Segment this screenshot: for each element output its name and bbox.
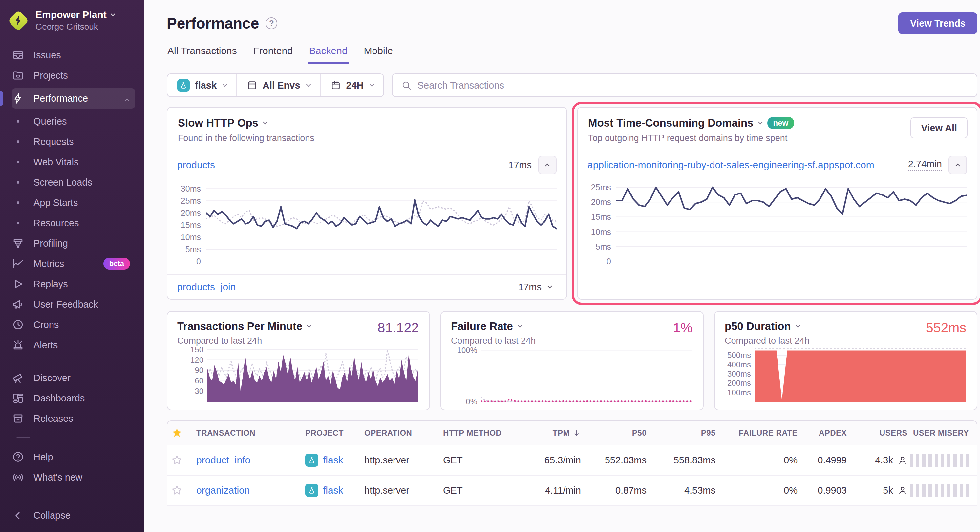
domains-title-dropdown[interactable]: Most Time-Consuming Domains (588, 117, 754, 129)
y-axis-label: 20ms (591, 197, 611, 207)
transaction-link[interactable]: organization (196, 485, 250, 496)
view-all-button[interactable]: View All (910, 118, 967, 138)
sidebar-item-discover[interactable]: Discover (12, 368, 135, 388)
apdex-cell: 0.4999 (797, 455, 847, 466)
metrics-icon (12, 258, 24, 269)
sidebar-item-screen-loads[interactable]: Screen Loads (12, 172, 135, 192)
tab-all-transactions[interactable]: All Transactions (167, 45, 238, 64)
panel-subtitle: Compared to last 24h (451, 336, 693, 346)
search-input[interactable] (417, 80, 968, 91)
p50-cell: 0.87ms (581, 485, 647, 496)
search-transactions-input[interactable] (392, 73, 977, 97)
favorites-column-header[interactable] (171, 427, 196, 438)
y-axis-label: 400ms (727, 360, 751, 369)
panel-subtitle: Top outgoing HTTP request domains by tim… (588, 133, 966, 143)
transaction-link[interactable]: products_join (177, 281, 512, 292)
tab-backend[interactable]: Backend (309, 45, 348, 64)
table-row: organizationflaskhttp.serverGET4.11/min0… (167, 476, 977, 506)
p50-duration-chart: 500ms400ms300ms200ms100ms (725, 346, 967, 402)
sort-descending-icon (573, 429, 581, 437)
transaction-row: products 17ms (167, 151, 566, 179)
column-header-apdex[interactable]: APDEX (797, 428, 847, 438)
environment-filter[interactable]: All Envs (236, 74, 320, 97)
y-axis-label: 150 (190, 345, 204, 354)
y-axis-label: 500ms (727, 351, 751, 360)
tab-mobile[interactable]: Mobile (363, 45, 393, 64)
sidebar-item-what-s-new[interactable]: What's new (12, 467, 135, 488)
sidebar-collapse-button[interactable]: Collapse (12, 510, 135, 521)
collapse-row-button[interactable] (538, 156, 557, 174)
sidebar-item-help[interactable]: Help (12, 447, 135, 467)
sidebar-item-resources[interactable]: Resources (12, 213, 135, 233)
sidebar-item-app-starts[interactable]: App Starts (12, 192, 135, 213)
project-filter[interactable]: flask (167, 74, 236, 97)
sidebar-item-label: What's new (33, 472, 83, 483)
favorite-star[interactable] (171, 485, 196, 496)
sidebar-item-crons[interactable]: Crons (12, 314, 135, 335)
replays-icon (12, 278, 24, 290)
sidebar-item-performance[interactable]: Performance (12, 88, 135, 108)
transaction-link[interactable]: products (177, 159, 502, 171)
org-switcher[interactable]: Empower Plant George Gritsouk (0, 0, 145, 35)
column-header-user-misery[interactable]: USER MISERY (907, 428, 969, 438)
column-header-project[interactable]: PROJECT (305, 428, 364, 438)
sidebar-item-alerts[interactable]: Alerts (12, 335, 135, 355)
column-header-http-method[interactable]: HTTP METHOD (443, 428, 519, 438)
transactions-per-minute-panel: Transactions Per Minute 81.122 Compared … (167, 311, 430, 410)
sidebar-item-dashboards[interactable]: Dashboards (12, 388, 135, 408)
failure-rate-value: 1% (673, 320, 692, 335)
collapse-row-button[interactable] (948, 156, 967, 174)
tab-frontend[interactable]: Frontend (253, 45, 293, 64)
expand-row-button[interactable] (548, 284, 551, 290)
sidebar-item-issues[interactable]: Issues (12, 45, 135, 65)
org-name: Empower Plant (35, 9, 107, 20)
view-trends-button[interactable]: View Trends (898, 13, 977, 34)
column-header-p95[interactable]: P95 (647, 428, 716, 438)
sidebar-spacer (0, 355, 145, 368)
new-badge: new (767, 117, 795, 129)
chevron-down-icon (758, 120, 763, 124)
transaction-link[interactable]: product_info (196, 454, 250, 466)
tpm-cell: 4.11/min (519, 485, 581, 496)
slow-http-ops-panel: Slow HTTP Ops Found in the following tra… (167, 107, 567, 300)
sidebar-item-queries[interactable]: Queries (12, 111, 135, 132)
sidebar-item-profiling[interactable]: Profiling (12, 233, 135, 254)
p50-duration-value: 552ms (926, 320, 966, 335)
column-header-users[interactable]: USERS (847, 428, 907, 438)
feedback-icon (12, 299, 24, 310)
sidebar-item-user-feedback[interactable]: User Feedback (12, 294, 135, 314)
y-axis-label: 0 (196, 257, 201, 266)
date-range-value: 24H (346, 80, 364, 91)
sidebar-item-releases[interactable]: Releases (12, 408, 135, 429)
column-header-p50[interactable]: P50 (581, 428, 647, 438)
chevron-down-icon (517, 323, 522, 328)
sidebar-item-label: Dashboards (33, 393, 85, 404)
sidebar-item-requests[interactable]: Requests (12, 132, 135, 152)
help-question-icon[interactable] (266, 17, 277, 29)
project-filter-value: flask (195, 80, 216, 91)
chevron-up-icon (126, 93, 129, 104)
column-header-failure-rate[interactable]: FAILURE RATE (716, 428, 797, 438)
chevron-left-icon (12, 510, 24, 521)
favorite-star[interactable] (171, 454, 196, 466)
column-header-operation[interactable]: OPERATION (364, 428, 443, 438)
tpm-title-dropdown[interactable]: Transactions Per Minute (177, 320, 302, 333)
y-axis-label: 300ms (727, 369, 751, 378)
domain-link[interactable]: application-monitoring-ruby-dot-sales-en… (587, 159, 902, 171)
date-range-filter[interactable]: 24H (320, 74, 383, 97)
failure-rate-title-dropdown[interactable]: Failure Rate (451, 320, 513, 333)
column-header-transaction[interactable]: TRANSACTION (196, 428, 305, 438)
sidebar-item-replays[interactable]: Replays (12, 274, 135, 294)
p50-duration-title-dropdown[interactable]: p50 Duration (725, 320, 791, 333)
sidebar-item-web-vitals[interactable]: Web Vitals (12, 152, 135, 172)
column-header-tpm[interactable]: TPM (519, 428, 581, 438)
page-filter-bar: flask All Envs 24H (167, 73, 384, 97)
apdex-cell: 0.9903 (797, 485, 847, 496)
project-link[interactable]: flask (323, 454, 343, 466)
calendar-icon (331, 80, 341, 91)
sidebar-item-label: Crons (33, 319, 59, 330)
slow-http-ops-title-dropdown[interactable]: Slow HTTP Ops (178, 117, 258, 129)
sidebar-item-projects[interactable]: Projects (12, 65, 135, 86)
project-link[interactable]: flask (323, 485, 343, 496)
sidebar-item-metrics[interactable]: Metricsbeta (12, 254, 135, 274)
